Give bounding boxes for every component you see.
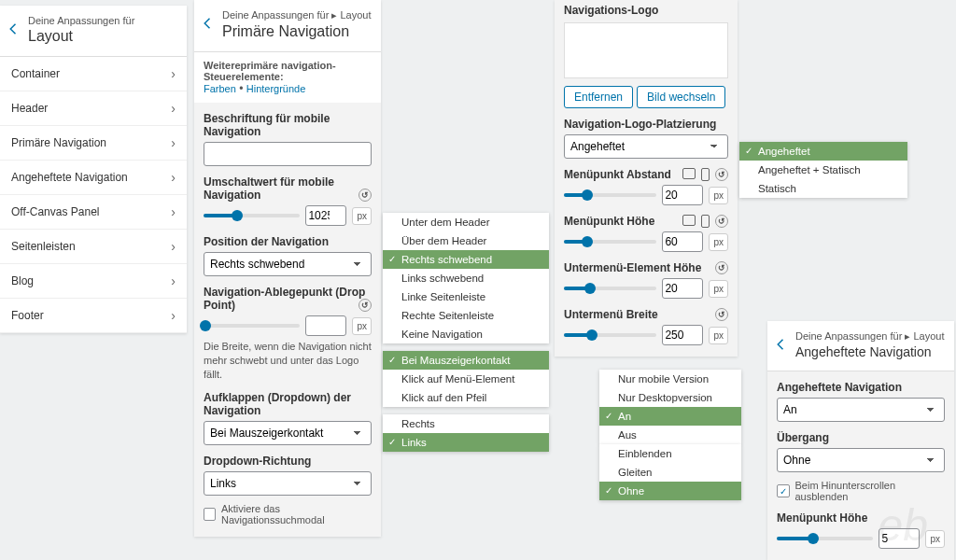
back-icon[interactable]: [773, 336, 790, 353]
sticky-height-value[interactable]: [879, 528, 920, 549]
hide-on-scroll-label: Beim Hinunterscrollen ausblenden: [795, 480, 946, 502]
nav-drop-slider[interactable]: [204, 324, 300, 328]
unit-label: px: [709, 233, 728, 251]
unit-label: px: [709, 280, 728, 298]
reset-icon[interactable]: ↺: [715, 261, 728, 274]
reset-icon[interactable]: ↺: [715, 215, 728, 228]
unit-label: px: [709, 187, 728, 204]
nav-dir-options[interactable]: Rechts Links: [383, 414, 549, 452]
nav-dropdown-select[interactable]: Bei Mauszeigerkontakt: [204, 421, 372, 445]
nav-item-blog[interactable]: Blog›: [0, 264, 187, 299]
submenu-height-slider[interactable]: [564, 287, 656, 290]
nav-toggle-slider[interactable]: [204, 214, 300, 217]
logo-placement-head: Navigation-Logo-Platzierung: [564, 118, 728, 131]
unit-label: px: [925, 530, 945, 548]
nav-logo-preview: [564, 22, 728, 78]
transition-options[interactable]: Einblenden Gleiten Ohne: [599, 444, 741, 500]
mobile-label-head: Beschriftung für mobile Navigation: [204, 112, 372, 138]
hide-on-scroll-checkbox[interactable]: ✓: [777, 484, 790, 497]
submenu-width-value[interactable]: [662, 325, 703, 345]
nav-toggle-head: Umschaltwert für mobile Navigation↺: [204, 175, 372, 202]
desktop-icon[interactable]: [682, 168, 696, 179]
unit-label: px: [352, 317, 372, 335]
panel-a-crumb: Deine Anpassungen für: [28, 15, 134, 26]
logo-placement-options[interactable]: Angeheftet Angeheftet + Statisch Statisc…: [739, 142, 907, 198]
nav-logo-heading: Navigations-Logo: [564, 4, 728, 17]
logo-placement-select[interactable]: Angeheftet: [564, 134, 728, 159]
item-spacing-slider[interactable]: [564, 193, 656, 197]
remove-logo-button[interactable]: Entfernen: [564, 86, 633, 108]
reset-icon[interactable]: ↺: [715, 308, 728, 321]
submenu-width-slider[interactable]: [564, 333, 656, 337]
panel-d-title: Angeheftete Navigation: [795, 344, 945, 359]
transition-select[interactable]: Ohne: [777, 448, 945, 472]
panel-d-crumb: Deine Anpassungen für ▸ Layout: [795, 330, 945, 343]
item-height-head: Menüpunkt Höhe ↺: [564, 215, 728, 228]
item-spacing-value[interactable]: [662, 185, 703, 205]
sticky-height-head: Menüpunkt Höhe: [777, 511, 945, 525]
change-logo-button[interactable]: Bild wechseln: [637, 86, 725, 108]
desktop-icon[interactable]: [682, 215, 696, 226]
nav-item-header[interactable]: Header›: [0, 91, 187, 126]
nav-item-footer[interactable]: Footer›: [0, 299, 187, 333]
link-colors[interactable]: Farben: [204, 83, 236, 94]
panel-b-crumb: Deine Anpassungen für ▸ Layout: [222, 9, 372, 21]
nav-dir-select[interactable]: Links: [204, 471, 372, 496]
mobile-label-input[interactable]: [204, 142, 372, 166]
nav-position-select[interactable]: Rechts schwebend: [204, 252, 372, 276]
nav-position-options[interactable]: Unter dem Header Über dem Header Rechts …: [383, 213, 549, 343]
unit-label: px: [709, 327, 728, 344]
item-spacing-head: Menüpunkt Abstand ↺: [564, 168, 728, 181]
sticky-nav-select[interactable]: An: [777, 398, 945, 422]
submenu-height-value[interactable]: [662, 278, 703, 299]
nav-toggle-value[interactable]: [305, 205, 346, 226]
layout-nav-list: Container› Header› Primäre Navigation› A…: [0, 57, 187, 333]
unit-label: px: [352, 207, 372, 225]
nav-item-primary-nav[interactable]: Primäre Navigation›: [0, 126, 187, 161]
reset-icon[interactable]: ↺: [715, 168, 728, 181]
sticky-mode-options[interactable]: Nur mobile Version Nur Desktopversion An…: [599, 370, 741, 444]
nav-dropdown-options[interactable]: Bei Mauszeigerkontakt Klick auf Menü-Ele…: [383, 351, 549, 407]
nav-dropdown-head: Aufklappen (Dropdown) der Navigation: [204, 391, 372, 417]
nav-drop-help: Die Breite, wenn die Navigation nicht me…: [204, 340, 372, 382]
submenu-width-head: Untermenü Breite ↺: [564, 308, 728, 321]
related-controls: Weitereprimäre navigation-Steuerelemente…: [194, 52, 381, 103]
nav-modal-checkbox[interactable]: [204, 508, 216, 521]
nav-drop-head: Navigation-Ablegepunkt (Drop Point)↺: [204, 286, 372, 312]
nav-item-container[interactable]: Container›: [0, 57, 187, 91]
nav-dir-head: Dropdown-Richtung: [204, 455, 372, 468]
sticky-nav-head: Angeheftete Navigation: [777, 381, 945, 394]
panel-d-header: Deine Anpassungen für ▸ Layout Angehefte…: [767, 321, 954, 371]
panel-b-title: Primäre Navigation: [222, 23, 372, 40]
back-icon[interactable]: [200, 15, 217, 32]
mobile-icon[interactable]: [701, 168, 710, 181]
item-height-value[interactable]: [662, 231, 703, 252]
nav-item-sticky-nav[interactable]: Angeheftete Navigation›: [0, 161, 187, 195]
sticky-height-slider[interactable]: [777, 537, 873, 540]
nav-position-head: Position der Navigation: [204, 235, 372, 248]
mobile-icon[interactable]: [701, 215, 710, 228]
submenu-height-head: Untermenü-Element Höhe ↺: [564, 261, 728, 274]
nav-drop-value[interactable]: [305, 315, 346, 336]
nav-modal-label: Aktiviere das Navigationssuchmodal: [221, 503, 372, 525]
transition-head: Übergang: [777, 431, 945, 444]
related-controls-hint: Weitereprimäre navigation-Steuerelemente…: [204, 60, 372, 82]
back-icon[interactable]: [6, 21, 22, 37]
nav-item-offcanvas[interactable]: Off-Canvas Panel›: [0, 195, 187, 230]
nav-item-sidebars[interactable]: Seitenleisten›: [0, 230, 187, 264]
panel-a-header: Deine Anpassungen für Layout: [0, 6, 187, 57]
panel-a-title: Layout: [28, 28, 134, 45]
item-height-slider[interactable]: [564, 240, 656, 244]
panel-b-header: Deine Anpassungen für ▸ Layout Primäre N…: [194, 0, 381, 52]
link-backgrounds[interactable]: Hintergründe: [246, 83, 306, 94]
reset-icon[interactable]: ↺: [358, 189, 372, 202]
reset-icon[interactable]: ↺: [358, 299, 372, 312]
